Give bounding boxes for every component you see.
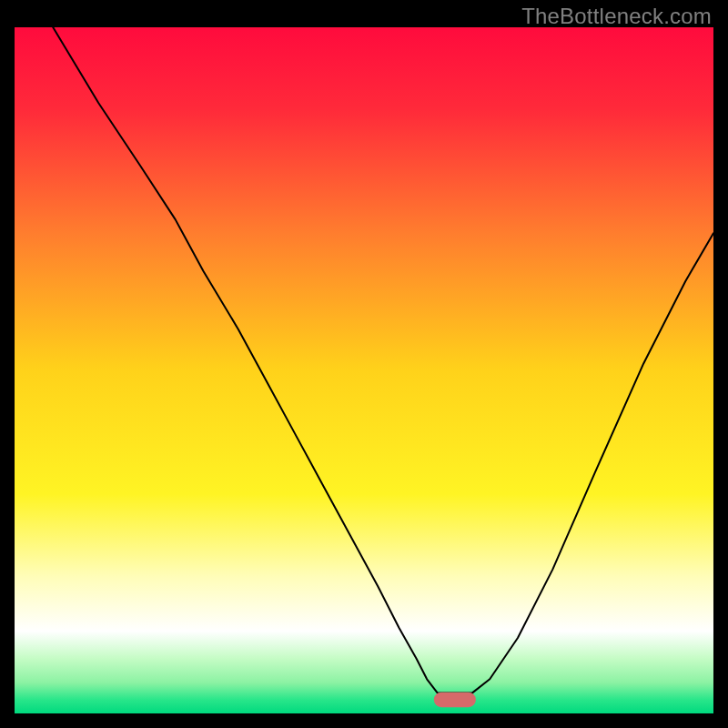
optimum-marker <box>434 693 476 708</box>
bottleneck-chart <box>15 27 713 713</box>
plot-background <box>15 27 713 713</box>
watermark-text: TheBottleneck.com <box>521 4 712 29</box>
chart-frame: TheBottleneck.com <box>0 0 728 728</box>
